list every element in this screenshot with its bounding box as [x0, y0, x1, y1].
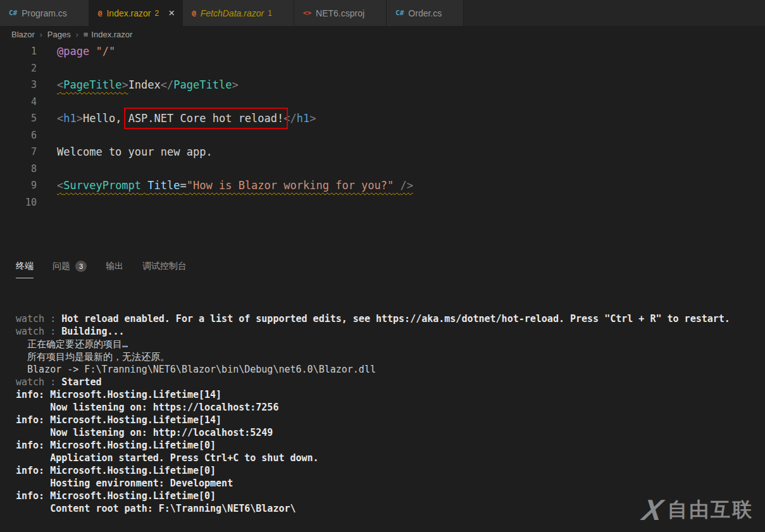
tab-problems-badge: 1 — [268, 9, 272, 18]
breadcrumb-label: Pages — [47, 30, 71, 39]
line-number: 2 — [0, 60, 37, 77]
breadcrumb-label: Index.razor — [91, 30, 132, 39]
terminal-text-segment: Hot reload enabled. For a list of suppor… — [61, 313, 730, 325]
breadcrumb-item-pages[interactable]: Pages — [47, 30, 71, 39]
panel-tab-调试控制台[interactable]: 调试控制台 — [142, 253, 187, 278]
code-token: "How is Blazor working for you?" — [187, 179, 394, 192]
problems-count-badge: 3 — [75, 261, 87, 272]
terminal-line: 所有项目均是最新的，无法还原。 — [16, 350, 765, 363]
code-editor[interactable]: 12345678910 @page "/"<PageTitle>Index</P… — [0, 43, 765, 253]
panel-tab-label: 输出 — [106, 261, 123, 272]
code-token: Hello, — [83, 112, 128, 125]
bottom-panel: 终端问题3输出调试控制台 watch : Hot reload enabled.… — [0, 253, 765, 532]
file-outline-icon: ≡ — [84, 30, 89, 39]
close-icon[interactable]: × — [168, 8, 175, 18]
editor-tab-bar: C#Program.cs@Index.razor2×@FetchData.raz… — [0, 0, 765, 26]
watermark-text: 自由互联 — [668, 497, 754, 523]
terminal-line: info: Microsoft.Hosting.Lifetime[0] — [16, 439, 765, 452]
code-token: @page — [57, 45, 89, 58]
code-token: h1 — [297, 112, 309, 125]
code-token: "/" — [96, 45, 115, 58]
terminal-line: info: Microsoft.Hosting.Lifetime[0] — [16, 464, 765, 477]
code-token — [89, 45, 96, 58]
terminal-text-segment: watch : — [16, 313, 61, 325]
terminal-line: Application started. Press Ctrl+C to shu… — [16, 452, 765, 464]
code-line[interactable]: <PageTitle>Index</PageTitle> — [57, 77, 413, 94]
terminal-lines: watch : Hot reload enabled. For a list o… — [16, 312, 765, 515]
panel-tab-问题[interactable]: 问题3 — [53, 253, 87, 278]
csproj-file-icon: <> — [303, 9, 311, 17]
tab-label: NET6.csproj — [316, 8, 364, 18]
breadcrumb: Blazor›Pages›≡Index.razor — [0, 26, 765, 43]
line-number: 5 — [0, 110, 37, 127]
terminal-line: info: Microsoft.Hosting.Lifetime[14] — [16, 388, 765, 401]
code-token: /> — [401, 179, 413, 192]
terminal-text-segment: info: Microsoft.Hosting.Lifetime[14] — [16, 389, 221, 400]
code-line[interactable]: <h1>Hello, ASP.NET Core hot reload!</h1> — [57, 110, 413, 127]
line-number: 6 — [0, 127, 37, 144]
terminal-line: watch : Hot reload enabled. For a list o… — [16, 312, 765, 325]
terminal-text-segment: 正在确定要还原的项目… — [16, 338, 128, 350]
panel-tab-bar: 终端问题3输出调试控制台 — [0, 253, 765, 278]
code-line[interactable] — [57, 94, 413, 111]
code-token: Title — [147, 179, 180, 192]
editor-code-area[interactable]: @page "/"<PageTitle>Index</PageTitle><h1… — [37, 43, 413, 253]
terminal-text-segment: Now listening on: http://localhost:5249 — [16, 427, 273, 438]
tab-net6-csproj[interactable]: <>NET6.csproj — [294, 0, 387, 26]
code-line[interactable] — [57, 161, 413, 178]
code-token: h1 — [63, 112, 76, 125]
panel-tab-label: 调试控制台 — [142, 261, 187, 272]
panel-tab-label: 问题 — [53, 261, 70, 272]
terminal-text-segment: Content root path: F:\Tranning\NET6\Blaz… — [16, 503, 296, 514]
terminal-line: watch : Building... — [16, 325, 765, 338]
terminal-line: Hosting environment: Development — [16, 477, 765, 490]
code-line[interactable] — [57, 127, 413, 144]
code-line[interactable]: @page "/" — [57, 43, 413, 60]
tab-problems-badge: 2 — [155, 9, 159, 18]
razor-file-icon: @ — [98, 9, 103, 17]
breadcrumb-item-blazor[interactable]: Blazor — [11, 30, 35, 39]
code-token: > — [309, 112, 316, 125]
watermark-logo-icon: X — [640, 495, 665, 524]
code-token — [141, 179, 147, 192]
tab-label: Order.cs — [408, 8, 442, 18]
line-number: 7 — [0, 144, 37, 161]
tab-order-cs[interactable]: C#Order.cs — [387, 0, 464, 26]
terminal-text-segment: watch : — [16, 376, 61, 388]
code-line[interactable]: <SurveyPrompt Title="How is Blazor worki… — [57, 177, 413, 194]
terminal-line: watch : Started — [16, 376, 765, 388]
panel-tab-终端[interactable]: 终端 — [16, 253, 34, 278]
terminal-line: info: Microsoft.Hosting.Lifetime[14] — [16, 414, 765, 426]
terminal-text-segment: Building... — [61, 326, 124, 337]
terminal-text-segment: Blazor -> F:\Tranning\NET6\Blazor\bin\De… — [16, 364, 376, 375]
tab-program-cs[interactable]: C#Program.cs — [0, 0, 89, 26]
code-token: > — [232, 78, 238, 91]
line-number: 1 — [0, 43, 37, 60]
breadcrumb-separator: › — [76, 30, 78, 39]
terminal-line: Now listening on: http://localhost:5249 — [16, 426, 765, 439]
terminal-text-segment: 所有项目均是最新的，无法还原。 — [16, 351, 170, 362]
tab-index-razor[interactable]: @Index.razor2× — [89, 0, 183, 26]
code-line[interactable]: Welcome to your new app. — [57, 144, 413, 161]
terminal-line: Now listening on: https://localhost:7256 — [16, 401, 765, 414]
line-number: 8 — [0, 161, 37, 178]
code-token: < — [57, 112, 63, 125]
csharp-file-icon: C# — [395, 9, 404, 17]
code-token: = — [180, 179, 187, 192]
code-token: PageTitle — [63, 78, 121, 91]
panel-tab-输出[interactable]: 输出 — [106, 253, 123, 278]
terminal-text-segment: Application started. Press Ctrl+C to shu… — [16, 452, 319, 464]
panel-tab-label: 终端 — [16, 261, 34, 272]
breadcrumb-item-index-razor[interactable]: ≡Index.razor — [84, 30, 133, 39]
razor-file-icon: @ — [192, 9, 196, 17]
csharp-file-icon: C# — [9, 9, 17, 17]
line-number: 3 — [0, 77, 37, 94]
vscode-window: C#Program.cs@Index.razor2×@FetchData.raz… — [0, 0, 765, 532]
code-line[interactable] — [57, 194, 413, 211]
terminal-text-segment: info: Microsoft.Hosting.Lifetime[14] — [16, 414, 221, 426]
editor-gutter: 12345678910 — [0, 43, 37, 253]
tab-fetchdata-razor[interactable]: @FetchData.razor1 — [183, 0, 294, 26]
code-token: < — [57, 78, 63, 91]
code-line[interactable] — [57, 60, 413, 77]
breadcrumb-label: Blazor — [11, 30, 35, 39]
